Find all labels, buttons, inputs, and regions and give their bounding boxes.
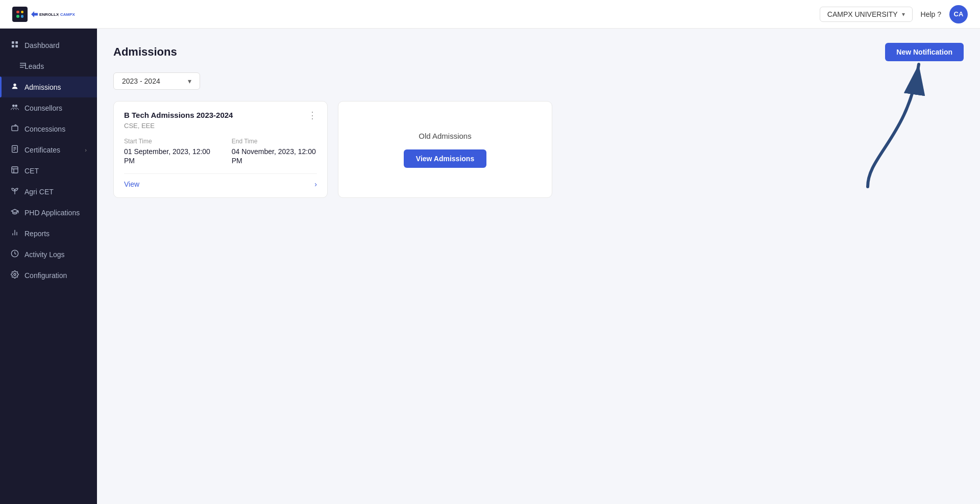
sidebar-item-label: Leads: [24, 62, 44, 70]
cards-area: B Tech Admissions 2023-2024 ⋮ CSE, EEE S…: [113, 101, 964, 198]
svg-text:|: |: [58, 12, 59, 17]
configuration-icon: [10, 270, 19, 280]
start-time-block: Start Time 01 September, 2023, 12:00 PM: [124, 138, 211, 165]
sidebar-item-label: Activity Logs: [24, 250, 65, 259]
old-admissions-card: Old Admissions View Admissions: [338, 101, 552, 198]
sidebar-item-cet[interactable]: CET: [0, 160, 97, 181]
sidebar-item-label: Reports: [24, 230, 50, 238]
sidebar-item-label: Certificates: [24, 146, 60, 154]
sidebar-item-configuration[interactable]: Configuration: [0, 265, 97, 286]
help-link[interactable]: Help ?: [921, 10, 941, 18]
end-time-label: End Time: [232, 138, 317, 145]
dot-yellow: [21, 11, 24, 14]
svg-point-11: [13, 84, 16, 86]
sidebar-item-dashboard[interactable]: Dashboard: [0, 35, 97, 56]
university-name: CAMPX UNIVERSITY: [827, 10, 898, 18]
logo-area: ENROLLX | CAMPX: [12, 7, 82, 22]
svg-marker-0: [31, 11, 38, 17]
page-title: Admissions: [113, 45, 177, 59]
svg-rect-19: [12, 167, 18, 173]
sidebar-item-concessions[interactable]: Concessions: [0, 118, 97, 139]
dashboard-icon: [10, 40, 19, 50]
certificates-icon: [10, 145, 19, 155]
cet-icon: [10, 166, 19, 175]
svg-rect-5: [15, 41, 18, 44]
year-chevron-icon: ▾: [188, 77, 191, 85]
grid-dots-icon: [16, 11, 23, 18]
svg-point-13: [15, 105, 17, 107]
main-layout: Dashboard Leads Admissions: [0, 29, 980, 504]
admissions-icon: [10, 82, 19, 92]
time-row: Start Time 01 September, 2023, 12:00 PM …: [124, 138, 317, 165]
start-time-label: Start Time: [124, 138, 211, 145]
sidebar-item-counsellors[interactable]: Counsellors: [0, 97, 97, 118]
admission-card-title: B Tech Admissions 2023-2024: [124, 111, 233, 119]
svg-text:ENROLLX: ENROLLX: [39, 12, 59, 17]
sidebar-item-activity-logs[interactable]: Activity Logs: [0, 244, 97, 265]
sidebar-item-label: Admissions: [24, 83, 61, 91]
sidebar-item-label: Counsellors: [24, 104, 62, 112]
chevron-right-icon: ›: [85, 147, 87, 153]
main-content: Admissions New Notification 2023 - 2024 …: [97, 29, 980, 504]
reports-icon: [10, 229, 19, 238]
sidebar-item-agri-cet[interactable]: Agri CET: [0, 181, 97, 202]
top-header: ENROLLX | CAMPX CAMPX UNIVERSITY ▾ Help …: [0, 0, 980, 29]
sidebar-item-leads[interactable]: Leads: [0, 56, 97, 77]
activity-logs-icon: [10, 249, 19, 259]
year-selector-dropdown[interactable]: 2023 - 2024 ▾: [113, 72, 200, 90]
phd-icon: [10, 208, 19, 217]
view-chevron-icon: ›: [314, 180, 317, 188]
counsellors-icon: [10, 103, 19, 113]
view-admissions-button[interactable]: View Admissions: [404, 149, 486, 168]
university-selector[interactable]: CAMPX UNIVERSITY ▾: [820, 7, 913, 22]
new-notification-button[interactable]: New Notification: [885, 43, 964, 61]
svg-point-26: [14, 273, 16, 275]
dot-blue: [21, 15, 24, 18]
sidebar-item-certificates[interactable]: Certificates ›: [0, 139, 97, 160]
three-dots-menu-icon[interactable]: ⋮: [308, 111, 317, 120]
svg-rect-4: [12, 41, 14, 44]
agri-cet-icon: [10, 187, 19, 196]
svg-rect-7: [15, 45, 18, 47]
sidebar-item-label: Concessions: [24, 125, 65, 133]
sidebar-item-label: Agri CET: [24, 188, 54, 196]
end-time-value: 04 November, 2023, 12:00 PM: [232, 147, 316, 165]
sidebar-item-label: Dashboard: [24, 41, 60, 49]
logo-box-icon: [12, 7, 28, 22]
admission-card-header: B Tech Admissions 2023-2024 ⋮: [124, 111, 317, 120]
view-link[interactable]: View: [124, 180, 139, 188]
concessions-icon: [10, 124, 19, 134]
svg-point-12: [12, 105, 15, 107]
active-indicator: [0, 77, 2, 97]
sidebar-item-label: PHD Applications: [24, 209, 80, 217]
page-header: Admissions New Notification: [113, 43, 964, 61]
enrollx-campx-logo: ENROLLX | CAMPX: [31, 8, 82, 20]
year-selector-value: 2023 - 2024: [122, 77, 160, 85]
sidebar-item-reports[interactable]: Reports: [0, 223, 97, 244]
user-avatar[interactable]: CA: [949, 5, 968, 23]
old-admissions-label: Old Admissions: [419, 132, 471, 140]
sidebar: Dashboard Leads Admissions: [0, 29, 97, 504]
start-time-value: 01 September, 2023, 12:00 PM: [124, 147, 210, 165]
svg-rect-6: [12, 45, 14, 47]
sidebar-item-label: CET: [24, 167, 39, 175]
end-time-block: End Time 04 November, 2023, 12:00 PM: [232, 138, 317, 165]
sidebar-item-label: Configuration: [24, 271, 67, 280]
sidebar-item-admissions[interactable]: Admissions: [0, 77, 97, 97]
svg-text:CAMPX: CAMPX: [60, 12, 76, 17]
dot-green: [16, 15, 19, 18]
dot-red: [16, 11, 19, 14]
university-chevron-icon: ▾: [902, 11, 905, 18]
svg-rect-14: [12, 126, 18, 131]
sidebar-item-phd-applications[interactable]: PHD Applications: [0, 202, 97, 223]
header-right: CAMPX UNIVERSITY ▾ Help ? CA: [820, 5, 968, 23]
leads-icon: [10, 61, 19, 71]
view-row: View ›: [124, 173, 317, 188]
admission-card-subtitle: CSE, EEE: [124, 122, 317, 130]
admission-card: B Tech Admissions 2023-2024 ⋮ CSE, EEE S…: [113, 101, 328, 198]
